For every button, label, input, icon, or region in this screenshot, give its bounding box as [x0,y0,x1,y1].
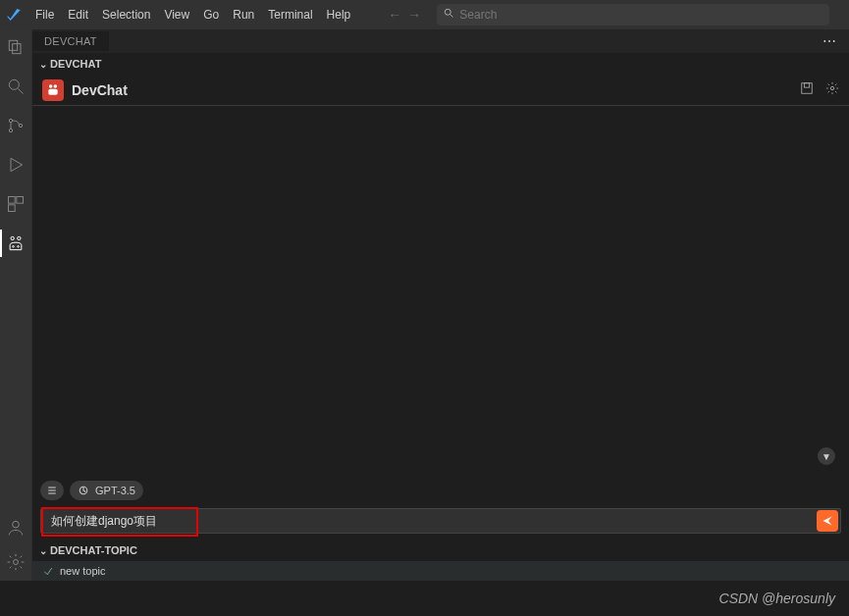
activity-run-debug-icon[interactable] [4,153,27,177]
devchat-title: DevChat [72,82,128,98]
svg-rect-21 [804,83,809,87]
devchat-header: DevChat [32,75,849,106]
panel-tab-row: DEVCHAT ⋯ [32,29,849,53]
svg-marker-9 [11,158,23,171]
svg-point-28 [14,560,19,565]
chat-body: ▼ [32,106,849,475]
svg-point-7 [9,128,12,131]
nav-back-icon[interactable]: ← [388,7,401,23]
svg-point-14 [18,236,21,239]
menu-item-edit[interactable]: Edit [62,5,94,25]
menu-item-run[interactable]: Run [227,5,260,25]
command-center[interactable] [437,4,829,26]
menu-item-terminal[interactable]: Terminal [262,5,318,25]
activity-devchat-icon[interactable] [4,231,27,255]
svg-point-15 [13,246,15,248]
nav-forward-icon[interactable]: → [407,7,421,23]
check-icon [42,565,54,577]
watermark-text: CSDN @herosunly [719,590,835,606]
nav-arrows: ← → [388,7,421,23]
save-icon[interactable] [800,81,814,98]
workbench: DEVCHAT ⋯ ⌄ DEVCHAT DevChat ▼ [0,29,849,581]
svg-rect-20 [802,83,813,94]
svg-rect-19 [48,88,57,94]
svg-rect-2 [9,40,17,50]
svg-point-13 [11,236,14,239]
svg-point-18 [54,84,58,88]
section-devchat-label: DEVCHAT [50,58,101,70]
chat-input-row [40,508,841,534]
topic-item[interactable]: new topic [32,561,849,581]
svg-rect-3 [13,44,21,54]
section-topic-header[interactable]: ⌄ DEVCHAT-TOPIC [32,539,849,561]
svg-point-17 [49,84,53,88]
svg-point-4 [9,79,19,89]
activity-search-icon[interactable] [4,75,27,98]
svg-point-16 [18,246,20,248]
svg-point-6 [9,119,12,122]
search-icon [443,7,454,22]
svg-line-1 [451,15,453,18]
menu-item-go[interactable]: Go [197,5,225,25]
model-label: GPT-3.5 [95,485,135,496]
activity-bar [0,29,31,581]
section-topic-label: DEVCHAT-TOPIC [50,544,137,556]
send-button[interactable] [817,510,838,532]
svg-point-0 [446,9,451,15]
vscode-logo-icon [6,7,22,23]
menu-item-selection[interactable]: Selection [96,5,156,25]
chat-controls: GPT-3.5 [32,475,849,506]
tab-devchat[interactable]: DEVCHAT [32,31,109,51]
accounts-icon[interactable] [6,518,26,540]
activity-source-control-icon[interactable] [4,114,27,137]
menu-button[interactable] [40,481,64,500]
watermark: CSDN @herosunly [0,581,849,616]
svg-point-27 [13,521,20,528]
activity-explorer-icon[interactable] [4,35,27,59]
manage-gear-icon[interactable] [6,552,26,575]
svg-point-22 [830,86,834,90]
devchat-logo-icon [42,79,64,101]
svg-rect-10 [9,197,16,204]
search-input[interactable] [437,4,829,26]
svg-rect-12 [9,205,16,212]
chat-input[interactable] [41,514,817,528]
activity-extensions-icon[interactable] [4,192,27,216]
menubar: File Edit Selection View Go Run Terminal… [0,0,849,29]
svg-rect-11 [17,197,24,204]
panel-more-icon[interactable]: ⋯ [822,33,849,49]
devchat-panel: DEVCHAT ⋯ ⌄ DEVCHAT DevChat ▼ [31,29,849,581]
activity-bar-bottom [0,522,31,581]
menu-item-file[interactable]: File [29,5,60,25]
scroll-to-bottom-button[interactable]: ▼ [818,447,835,465]
settings-gear-icon[interactable] [825,81,839,98]
chevron-down-icon: ⌄ [36,59,50,70]
topic-item-label: new topic [60,565,105,577]
svg-line-5 [19,89,24,94]
chevron-down-icon: ⌄ [36,545,50,556]
menu-item-help[interactable]: Help [321,5,357,25]
section-devchat-header[interactable]: ⌄ DEVCHAT [32,53,849,75]
menu-item-view[interactable]: View [158,5,195,25]
model-selector[interactable]: GPT-3.5 [70,481,143,500]
